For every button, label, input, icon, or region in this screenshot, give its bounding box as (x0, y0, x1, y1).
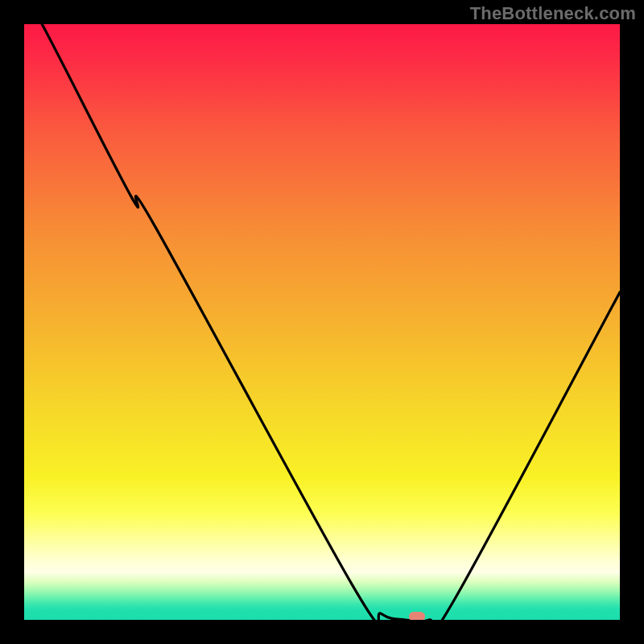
plot-area (24, 24, 620, 620)
optimal-point-marker (409, 612, 425, 620)
watermark-text: TheBottleneck.com (470, 3, 636, 24)
chart-frame: TheBottleneck.com (0, 0, 644, 644)
bottleneck-curve (24, 24, 620, 620)
